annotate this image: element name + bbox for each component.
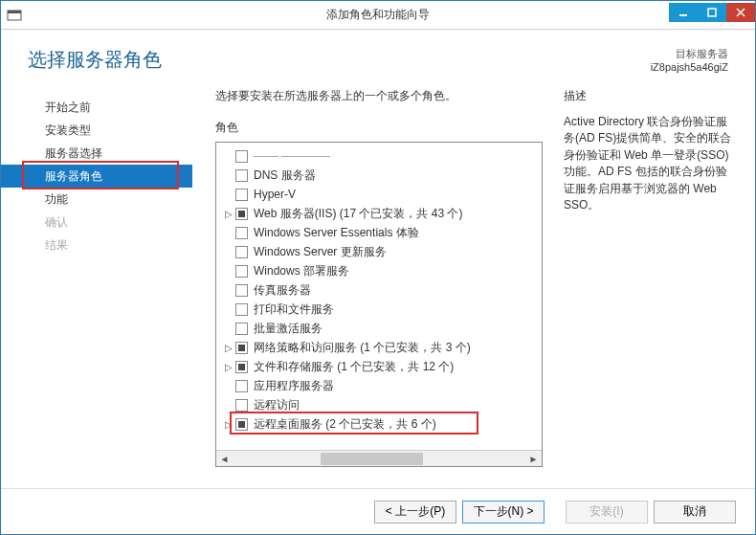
expander-icon[interactable]: ▷: [222, 419, 235, 430]
checkbox[interactable]: [235, 342, 248, 354]
center-pane: 选择要安装在所选服务器上的一个或多个角色。 角色 ─── ────── DNS …: [192, 88, 554, 488]
role-row[interactable]: 传真服务器: [216, 280, 542, 300]
install-button: 安装(I): [566, 501, 648, 524]
role-label: Windows Server 更新服务: [254, 244, 387, 260]
horizontal-scrollbar[interactable]: ◄ ►: [216, 450, 542, 466]
role-label: Windows Server Essentials 体验: [254, 225, 419, 241]
role-label: Windows 部署服务: [254, 263, 349, 279]
checkbox[interactable]: [235, 265, 248, 278]
role-row[interactable]: Windows 部署服务: [216, 261, 542, 280]
page-title: 选择服务器角色: [28, 47, 162, 73]
roles-label: 角色: [215, 120, 543, 136]
next-button[interactable]: 下一步(N) >: [462, 501, 545, 524]
role-label: 打印和文件服务: [254, 301, 334, 318]
checkbox[interactable]: [235, 361, 248, 373]
description-label: 描述: [564, 88, 736, 104]
content-area: 选择服务器角色 目标服务器 iZ8pajsh5a46giZ 开始之前安装类型服务…: [1, 30, 755, 534]
main-row: 开始之前安装类型服务器选择服务器角色功能确认结果 选择要安装在所选服务器上的一个…: [1, 88, 755, 488]
role-row[interactable]: Windows Server Essentials 体验: [216, 223, 542, 242]
checkbox[interactable]: [235, 227, 248, 239]
checkbox[interactable]: [235, 418, 248, 431]
role-row[interactable]: 打印和文件服务: [216, 300, 542, 319]
maximize-button[interactable]: [698, 3, 726, 22]
dest-label: 目标服务器: [651, 47, 728, 61]
prev-button[interactable]: < 上一步(P): [374, 501, 456, 524]
description-pane: 描述 Active Directory 联合身份验证服务(AD FS)提供简单、…: [554, 88, 755, 488]
header-area: 选择服务器角色 目标服务器 iZ8pajsh5a46giZ: [1, 30, 755, 73]
role-label: Web 服务器(IIS) (17 个已安装，共 43 个): [254, 206, 462, 222]
dest-value: iZ8pajsh5a46giZ: [651, 61, 728, 73]
role-label: Hyper-V: [254, 188, 296, 201]
wizard-footer: < 上一步(P) 下一步(N) > 安装(I) 取消: [1, 488, 755, 534]
checkbox[interactable]: [235, 246, 248, 258]
scroll-right-arrow[interactable]: ►: [525, 451, 542, 467]
close-button[interactable]: [726, 3, 755, 22]
role-row[interactable]: ▷Web 服务器(IIS) (17 个已安装，共 43 个): [216, 204, 542, 223]
svg-rect-3: [708, 9, 716, 16]
checkbox[interactable]: [235, 380, 248, 392]
role-label: 应用程序服务器: [254, 378, 334, 394]
scrollbar-thumb[interactable]: [321, 453, 423, 465]
checkbox[interactable]: [235, 323, 248, 335]
checkbox[interactable]: [235, 284, 248, 297]
sidebar-step-4[interactable]: 功能: [1, 188, 192, 211]
destination-info: 目标服务器 iZ8pajsh5a46giZ: [651, 47, 728, 73]
svg-rect-1: [8, 11, 21, 13]
app-icon: [1, 8, 28, 23]
sidebar-step-1[interactable]: 安装类型: [1, 119, 192, 142]
titlebar: 添加角色和功能向导: [1, 1, 755, 30]
sidebar-step-6: 结果: [1, 234, 192, 256]
window-controls: [669, 8, 755, 22]
role-row[interactable]: ▷网络策略和访问服务 (1 个已安装，共 3 个): [216, 338, 542, 357]
scrollbar-track[interactable]: [233, 451, 525, 467]
checkbox[interactable]: [235, 189, 248, 201]
role-label: 远程访问: [254, 397, 300, 413]
expander-icon[interactable]: ▷: [222, 209, 235, 219]
window-title: 添加角色和功能向导: [326, 7, 430, 23]
checkbox[interactable]: [235, 303, 248, 316]
annotation-sidebar-highlight: [22, 161, 179, 189]
expander-icon[interactable]: ▷: [222, 362, 235, 372]
roles-listbox[interactable]: ─── ────── DNS 服务器Hyper-V▷Web 服务器(IIS) (…: [215, 142, 543, 467]
minimize-button[interactable]: [669, 3, 698, 22]
role-label: 文件和存储服务 (1 个已安装，共 12 个): [254, 359, 454, 375]
role-row[interactable]: 远程访问: [216, 395, 542, 414]
checkbox[interactable]: [235, 399, 248, 412]
role-label: 远程桌面服务 (2 个已安装，共 6 个): [254, 416, 436, 433]
role-label: 网络策略和访问服务 (1 个已安装，共 3 个): [254, 340, 471, 356]
wizard-steps-sidebar: 开始之前安装类型服务器选择服务器角色功能确认结果: [1, 88, 192, 488]
checkbox[interactable]: [235, 169, 248, 182]
role-label: 传真服务器: [254, 282, 311, 299]
scroll-left-arrow[interactable]: ◄: [216, 451, 233, 467]
role-row-truncated[interactable]: ─── ──────: [216, 146, 542, 166]
role-row[interactable]: ▷远程桌面服务 (2 个已安装，共 6 个): [216, 414, 542, 434]
role-row[interactable]: 批量激活服务: [216, 319, 542, 338]
role-label-truncated: ─── ──────: [254, 149, 330, 163]
role-row[interactable]: Hyper-V: [216, 185, 542, 204]
role-label: 批量激活服务: [254, 321, 322, 337]
wizard-window: 添加角色和功能向导 选择服务器角色 目标服务器 iZ8pajsh5a46giZ …: [0, 0, 756, 535]
role-row[interactable]: DNS 服务器: [216, 166, 542, 185]
role-row[interactable]: ▷文件和存储服务 (1 个已安装，共 12 个): [216, 357, 542, 376]
instruction-text: 选择要安装在所选服务器上的一个或多个角色。: [215, 88, 543, 104]
role-row[interactable]: 应用程序服务器: [216, 376, 542, 395]
role-row[interactable]: Windows Server 更新服务: [216, 242, 542, 261]
sidebar-step-5: 确认: [1, 211, 192, 234]
cancel-button[interactable]: 取消: [654, 501, 736, 524]
sidebar-step-0[interactable]: 开始之前: [1, 96, 192, 119]
checkbox[interactable]: [235, 150, 248, 163]
checkbox[interactable]: [235, 208, 248, 220]
expander-icon[interactable]: ▷: [222, 343, 235, 353]
role-label: DNS 服务器: [254, 167, 316, 184]
description-text: Active Directory 联合身份验证服务(AD FS)提供简单、安全的…: [564, 114, 736, 213]
